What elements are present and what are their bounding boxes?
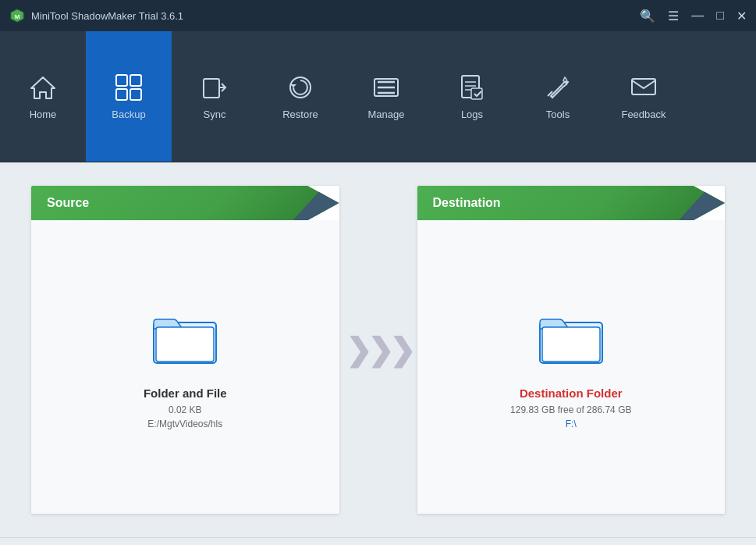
nav-manage-label: Manage — [368, 109, 405, 120]
arrows-icon: ❯❯❯ — [346, 332, 411, 368]
nav-restore-label: Restore — [282, 109, 318, 120]
arrow-section: ❯❯❯ — [339, 332, 417, 368]
home-icon — [28, 73, 58, 102]
source-folder-icon — [150, 305, 220, 371]
svg-marker-2 — [31, 77, 55, 98]
nav-logs[interactable]: Logs — [429, 31, 515, 162]
titlebar: M MiniTool ShadowMaker Trial 3.6.1 🔍 ☰ —… — [0, 0, 756, 31]
navbar: Home Backup Sync Restore — [0, 31, 756, 162]
menu-icon[interactable]: ☰ — [668, 9, 679, 23]
source-title: Folder and File — [144, 386, 227, 400]
svg-rect-6 — [130, 89, 141, 100]
nav-sync[interactable]: Sync — [172, 31, 257, 162]
nav-feedback[interactable]: Feedback — [601, 31, 687, 162]
backup-icon — [114, 73, 144, 102]
nav-feedback-label: Feedback — [621, 109, 665, 120]
svg-rect-19 — [471, 88, 482, 99]
panels-row: Source Folder and File 0.02 KB E:/MgtvVi… — [31, 186, 725, 514]
nav-tools[interactable]: Tools — [515, 31, 601, 162]
destination-body[interactable]: Destination Folder 129.83 GB free of 286… — [417, 220, 726, 514]
destination-free: 129.83 GB free of 286.74 GB — [510, 404, 631, 415]
svg-text:M: M — [15, 13, 20, 20]
nav-backup-label: Backup — [112, 109, 145, 120]
source-path: E:/MgtvVideos/hls — [147, 419, 222, 429]
titlebar-controls[interactable]: 🔍 ☰ — □ ✕ — [640, 9, 747, 23]
source-size: 0.02 KB — [169, 404, 202, 415]
titlebar-left: M MiniTool ShadowMaker Trial 3.6.1 — [9, 8, 183, 23]
nav-home-label: Home — [30, 109, 57, 120]
app-title: MiniTool ShadowMaker Trial 3.6.1 — [31, 10, 183, 22]
maximize-icon[interactable]: □ — [716, 9, 724, 23]
source-header: Source — [31, 186, 339, 220]
logs-icon — [457, 73, 487, 102]
destination-path: F:\ — [566, 419, 577, 429]
destination-panel[interactable]: Destination Destination Folder 129.83 GB… — [417, 186, 726, 514]
destination-title: Destination Folder — [520, 386, 623, 400]
search-icon[interactable]: 🔍 — [640, 9, 655, 23]
main-content: Source Folder and File 0.02 KB E:/MgtvVi… — [0, 162, 756, 537]
svg-rect-23 — [156, 327, 214, 362]
source-header-bg — [293, 186, 339, 220]
nav-logs-label: Logs — [461, 109, 483, 120]
nav-backup[interactable]: Backup — [86, 31, 172, 162]
nav-sync-label: Sync — [204, 109, 226, 120]
svg-rect-21 — [632, 79, 655, 94]
nav-tools-label: Tools — [546, 109, 570, 120]
svg-rect-7 — [204, 79, 219, 98]
source-header-label: Source — [47, 196, 89, 210]
manage-icon — [371, 73, 401, 102]
svg-rect-4 — [130, 75, 141, 86]
tools-icon — [543, 73, 573, 102]
destination-header-bg — [679, 186, 725, 220]
svg-rect-5 — [116, 89, 127, 100]
close-icon[interactable]: ✕ — [736, 9, 747, 23]
minimize-icon[interactable]: — — [691, 9, 704, 23]
nav-home[interactable]: Home — [0, 31, 86, 162]
destination-header: Destination — [417, 186, 726, 220]
source-body[interactable]: Folder and File 0.02 KB E:/MgtvVideos/hl… — [31, 220, 339, 514]
destination-header-label: Destination — [433, 196, 501, 210]
source-panel[interactable]: Source Folder and File 0.02 KB E:/MgtvVi… — [31, 186, 339, 514]
nav-restore[interactable]: Restore — [257, 31, 343, 162]
destination-folder-icon — [536, 305, 606, 371]
feedback-icon — [629, 73, 658, 102]
sync-icon — [200, 73, 229, 102]
nav-manage[interactable]: Manage — [343, 31, 429, 162]
app-logo: M — [9, 8, 25, 23]
svg-rect-3 — [116, 75, 127, 86]
restore-icon — [286, 73, 315, 102]
svg-rect-25 — [542, 327, 600, 362]
svg-marker-10 — [290, 84, 296, 87]
bottom-bar: Schedule Scheme Options Back up Now ▼ — [0, 537, 756, 545]
